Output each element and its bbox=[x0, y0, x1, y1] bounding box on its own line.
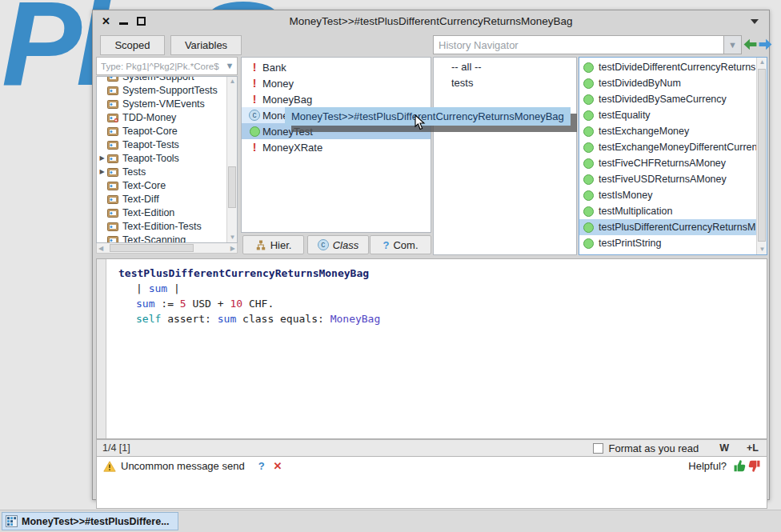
method-item[interactable]: testExchangeMoneyDifferentCurren bbox=[579, 139, 756, 155]
method-item[interactable]: testPrintString bbox=[579, 235, 756, 251]
tab-scoped[interactable]: Scoped bbox=[100, 35, 165, 55]
code-token: class equals: bbox=[236, 313, 330, 325]
class-item[interactable]: !MoneyBag bbox=[242, 91, 431, 107]
class-icon: c bbox=[318, 239, 329, 250]
uncommented-class-icon: ! bbox=[246, 77, 262, 90]
class-label: Money bbox=[262, 78, 294, 90]
method-item[interactable]: testIsMoney bbox=[579, 187, 756, 203]
method-item[interactable]: testDivideDifferentCurrencyReturns bbox=[579, 59, 756, 75]
dismiss-icon[interactable]: ✕ bbox=[274, 460, 282, 472]
package-item[interactable]: ▶Tests bbox=[97, 165, 226, 178]
method-item[interactable]: testPlusDifferentCurrencyReturnsM bbox=[579, 219, 756, 235]
code-token: 10 bbox=[230, 298, 242, 310]
scrollbar-thumb[interactable] bbox=[228, 166, 236, 208]
method-item[interactable]: testMultiplication bbox=[579, 203, 756, 219]
class-item[interactable]: !MoneyXRate bbox=[242, 139, 431, 155]
code-editor[interactable]: testPlusDifferentCurrencyReturnsMoneyBag… bbox=[96, 258, 767, 439]
protocol-item[interactable]: -- all -- bbox=[434, 59, 576, 75]
thumbs-up-icon[interactable] bbox=[734, 460, 746, 472]
thumbs-down-icon[interactable] bbox=[748, 460, 760, 472]
scroll-down-icon[interactable]: ▼ bbox=[227, 233, 238, 242]
package-item[interactable]: Text-Edition-Tests bbox=[97, 219, 226, 233]
package-item[interactable]: TDD-Money bbox=[97, 110, 226, 124]
package-filter-input[interactable] bbox=[96, 57, 238, 75]
green-test-icon bbox=[583, 222, 594, 233]
package-item[interactable]: Text-Scanning bbox=[97, 233, 226, 242]
package-scrollbar[interactable]: ▲ ▼ bbox=[226, 77, 237, 242]
method-label: testIsMoney bbox=[599, 190, 652, 201]
help-icon[interactable]: ? bbox=[258, 460, 265, 472]
code-token: sum bbox=[149, 282, 167, 294]
expand-icon[interactable]: ▶ bbox=[97, 168, 107, 175]
package-icon bbox=[107, 235, 118, 243]
scroll-up-icon[interactable]: ▲ bbox=[757, 58, 767, 67]
history-forward-button[interactable] bbox=[759, 38, 772, 51]
method-item[interactable]: testDividedByNum bbox=[579, 75, 756, 91]
package-item[interactable]: System-VMEvents bbox=[97, 97, 226, 110]
method-item[interactable]: testEquality bbox=[579, 107, 756, 123]
code-line: | sum | bbox=[107, 281, 767, 296]
scroll-up-icon[interactable]: ▲ bbox=[227, 77, 238, 86]
history-navigator-input[interactable] bbox=[433, 35, 724, 54]
package-item[interactable]: ▶Teapot-Tools bbox=[97, 151, 226, 165]
package-item[interactable]: Teapot-Tests bbox=[97, 138, 226, 151]
scrollbar-thumb[interactable] bbox=[110, 244, 194, 252]
method-item[interactable]: testSimpleAddition bbox=[579, 251, 756, 254]
helpful-label: Helpful? bbox=[688, 460, 727, 472]
class-item[interactable]: MoneyTest bbox=[242, 123, 431, 139]
method-item[interactable]: testDividedBySameCurrency bbox=[579, 91, 756, 107]
code-token: | bbox=[136, 282, 149, 294]
taskbar-item[interactable]: MoneyTest>>#testPlusDiffere... bbox=[2, 512, 178, 530]
wrap-toggle[interactable]: W bbox=[719, 442, 729, 454]
scroll-down-icon[interactable]: ▼ bbox=[757, 245, 767, 254]
chevron-down-icon[interactable]: ▼ bbox=[223, 60, 236, 72]
package-label: Text-Core bbox=[122, 180, 166, 191]
code-token: testPlusDifferentCurrencyReturnsMoneyBag bbox=[118, 267, 369, 279]
package-item[interactable]: Text-Core bbox=[97, 178, 226, 192]
green-test-icon bbox=[583, 126, 594, 137]
protocol-item[interactable]: tests bbox=[434, 75, 576, 91]
add-line-toggle[interactable]: +L bbox=[747, 442, 759, 454]
class-item[interactable]: !Money bbox=[242, 75, 431, 91]
method-scrollbar[interactable]: ▲ ▼ bbox=[756, 58, 767, 254]
package-item[interactable]: Text-Edition bbox=[97, 206, 226, 219]
method-item[interactable]: testFiveUSDReturnsAMoney bbox=[579, 171, 756, 187]
package-list: System-SupportSystem-SupportTestsSystem-… bbox=[96, 76, 238, 243]
package-item[interactable]: System-Support bbox=[97, 77, 226, 83]
scroll-left-icon[interactable]: ◀ bbox=[98, 243, 103, 254]
method-item[interactable]: testFiveCHFReturnsAMoney bbox=[579, 155, 756, 171]
package-icon bbox=[107, 194, 118, 204]
code-token: MoneyBag bbox=[330, 313, 381, 325]
package-item[interactable]: System-SupportTests bbox=[97, 83, 226, 97]
format-as-you-read-checkbox[interactable] bbox=[593, 443, 603, 454]
code-token: USD + bbox=[186, 298, 230, 310]
class-item[interactable]: !Bank bbox=[242, 59, 431, 75]
package-item[interactable]: Teapot-Core bbox=[97, 124, 226, 138]
comment-button[interactable]: ? Com. bbox=[370, 235, 431, 254]
package-label: Text-Scanning bbox=[122, 234, 186, 243]
history-back-button[interactable] bbox=[743, 38, 757, 51]
hierarchy-button-label: Hier. bbox=[270, 239, 292, 251]
green-test-icon bbox=[583, 62, 594, 73]
tab-variables[interactable]: Variables bbox=[170, 35, 242, 55]
scrollbar-thumb[interactable] bbox=[758, 69, 766, 242]
class-side-button[interactable]: c Class bbox=[307, 235, 369, 254]
package-item[interactable]: Text-Diff bbox=[97, 192, 226, 206]
hierarchy-button[interactable]: Hier. bbox=[242, 235, 304, 254]
package-hscrollbar[interactable]: ◀ ▶ bbox=[96, 243, 238, 254]
package-icon bbox=[107, 77, 118, 82]
package-icon bbox=[107, 222, 118, 231]
expand-icon[interactable]: ▶ bbox=[97, 154, 107, 162]
titlebar[interactable]: ✕ MoneyTest>>#testPlusDifferentCurrencyR… bbox=[93, 10, 769, 33]
method-label: testDividedByNum bbox=[599, 78, 681, 89]
method-item[interactable]: testExchangeMoney bbox=[579, 123, 756, 139]
package-icon bbox=[107, 208, 118, 218]
code-line: testPlusDifferentCurrencyReturnsMoneyBag bbox=[107, 266, 767, 281]
window-menu-icon[interactable] bbox=[751, 19, 759, 24]
history-dropdown-button[interactable]: ▼ bbox=[724, 35, 742, 54]
scroll-right-icon[interactable]: ▶ bbox=[230, 243, 235, 254]
package-icon bbox=[107, 181, 118, 190]
green-test-icon bbox=[583, 94, 594, 105]
code-token: CHF. bbox=[242, 298, 274, 310]
method-label: testEquality bbox=[599, 110, 651, 121]
